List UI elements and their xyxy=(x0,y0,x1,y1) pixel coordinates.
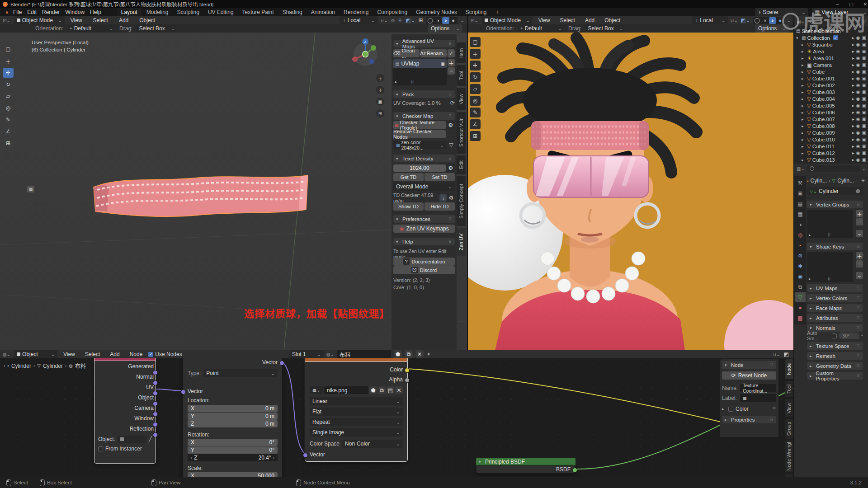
shader-editor-icon[interactable]: ◍⌄ xyxy=(3,352,10,357)
mesh-datablock-selector[interactable]: ▽⌄Cylinder ⬟ xyxy=(807,187,863,195)
node-name-field[interactable]: Texture Coordinat... xyxy=(740,384,776,392)
workspace-tab[interactable]: Texture Paint xyxy=(238,8,278,16)
fake-user-shield-icon[interactable]: ⬟ xyxy=(369,386,377,394)
render-visibility-icon[interactable]: ▣ xyxy=(862,137,866,142)
td-mode-dropdown[interactable]: Overall Mode⌄ xyxy=(393,183,455,191)
item-expand-icon[interactable]: ▸ xyxy=(802,137,806,142)
viewport-menu[interactable]: Select xyxy=(558,17,577,23)
select-toggle-icon[interactable]: ▸ xyxy=(852,130,854,135)
zoom-icon[interactable]: ＋ xyxy=(376,74,384,82)
auto-smooth-checkbox[interactable] xyxy=(832,333,837,338)
pin-icon[interactable]: ✦ xyxy=(861,178,867,184)
show-td-button[interactable]: Show TD xyxy=(393,202,424,211)
set-td-button[interactable]: Set TD xyxy=(425,173,455,181)
node-color-swatch[interactable] xyxy=(728,407,733,412)
viewport-left-canvas[interactable]: User Perspective (Local) (6) Collection … xyxy=(0,33,467,350)
viewport-right-canvas[interactable]: ▢＋✛↻▱◎✎∠⊞ xyxy=(468,33,793,350)
sidebar-tab[interactable]: Shortcut VUr xyxy=(457,112,466,154)
render-camera-icon[interactable]: ▣ xyxy=(441,61,445,66)
render-visibility-icon[interactable]: ▣ xyxy=(862,96,866,101)
render-visibility-icon[interactable]: ▣ xyxy=(862,69,866,74)
unlink-material-icon[interactable]: ✕ xyxy=(415,350,424,358)
collapsed-panel-header[interactable]: ▸UV Maps⠿ xyxy=(807,284,863,292)
hide-eye-icon[interactable]: ◉ xyxy=(856,83,860,88)
camera-output-socket[interactable] xyxy=(153,412,158,417)
filter-funnel-icon[interactable]: ▽ xyxy=(448,142,455,148)
location-field[interactable]: Y0 m xyxy=(188,413,278,420)
rotate-tool[interactable]: ↻ xyxy=(470,72,481,82)
checker-texture-dropdown[interactable]: ▩zen-color-2048x20... ⌄ xyxy=(393,141,447,149)
shading-solid-icon[interactable]: ◑ xyxy=(761,17,769,24)
hide-eye-icon[interactable]: ◉ xyxy=(856,56,860,61)
outliner-item-row[interactable]: ▸ ▽ Cube.009 ▸ ◉ ▣ xyxy=(796,129,867,136)
scene-tab-icon[interactable]: ◑ xyxy=(795,220,806,229)
select-toggle-icon[interactable]: ▸ xyxy=(852,150,854,155)
blender-menu-icon[interactable]: ◕ xyxy=(4,9,10,15)
hide-eye-icon[interactable]: ◉ xyxy=(856,137,860,142)
hide-eye-icon[interactable]: ◉ xyxy=(856,157,860,162)
node-panel-header[interactable]: ▾Node⠿ xyxy=(722,361,776,369)
source-dropdown[interactable]: Single Image⌄ xyxy=(310,428,403,436)
alpha-output-socket[interactable] xyxy=(405,378,410,383)
render-visibility-icon[interactable]: ▣ xyxy=(862,130,866,135)
texel-density-value[interactable]: 1024.00 xyxy=(393,164,446,172)
workspace-tab[interactable]: Sculpting xyxy=(173,8,203,16)
uvmap-list-expand[interactable]: ▸ xyxy=(395,80,399,84)
workspace-tab[interactable]: Animation xyxy=(307,8,339,16)
workspace-tab[interactable]: Rendering xyxy=(340,8,373,16)
render-visibility-icon[interactable]: ▣ xyxy=(862,76,866,81)
move-tool[interactable]: ✛ xyxy=(470,61,481,70)
location-field[interactable]: Z0 m xyxy=(188,420,278,427)
extension-dropdown[interactable]: Repeat⌄ xyxy=(310,418,403,426)
hide-eye-icon[interactable]: ◉ xyxy=(856,42,860,47)
render-visibility-icon[interactable]: ▣ xyxy=(862,62,866,67)
select-toggle-icon[interactable]: ▸ xyxy=(852,49,854,54)
shading-material-icon[interactable]: ◕ xyxy=(442,17,449,24)
add-cube-tool[interactable]: ⊞ xyxy=(470,131,481,141)
td-download-icon[interactable]: ↓ xyxy=(439,194,447,202)
object-output-socket[interactable] xyxy=(153,401,158,406)
outliner-item-row[interactable]: ▸ ▽ Cube.011 ▸ ◉ ▣ xyxy=(796,143,867,150)
vertex-groups-list[interactable]: ▸ ⣿ xyxy=(807,210,853,238)
rename-uv-button[interactable]: AzRenam... xyxy=(420,49,447,57)
workspace-tab[interactable]: UV Editing xyxy=(204,8,238,16)
options-dropdown[interactable]: Options⌄ xyxy=(428,24,462,33)
render-visibility-icon[interactable]: ▣ xyxy=(862,123,866,128)
overlays-icon[interactable]: ◩⌄ xyxy=(741,17,750,23)
add-cube-tool[interactable]: ⊞ xyxy=(3,138,14,148)
image-texture-node[interactable]: Color Alpha ▦⌄ nike.png ⬟ ⧉ ▤ ✕ Linear⌄ … xyxy=(305,357,408,462)
viewport-menu[interactable]: Add xyxy=(117,17,131,23)
shading-wireframe-icon[interactable]: ◯ xyxy=(754,17,761,24)
shading-material-icon[interactable]: ◕ xyxy=(769,17,776,24)
collapsed-panel-header[interactable]: ▸Vertex Colors⠿ xyxy=(807,294,863,302)
annotate-tool[interactable]: ✎ xyxy=(3,115,14,125)
view-layer-tab-icon[interactable]: ▦ xyxy=(795,209,806,219)
object-tab-icon[interactable]: ▪ xyxy=(795,240,806,250)
maximize-button[interactable]: ▢ xyxy=(849,2,853,7)
shape-keys-list[interactable]: ▸ ⣿ xyxy=(807,252,853,282)
drag-dropdown[interactable]: Select Box⌄ xyxy=(585,24,626,33)
remove-shape-key-button[interactable]: − xyxy=(856,260,863,267)
material-name-field[interactable]: 布料 xyxy=(337,350,391,358)
shading-solid-icon[interactable]: ◑ xyxy=(434,17,442,24)
mapping-type-dropdown[interactable]: Point⌄ xyxy=(203,369,278,377)
sync-uv-button[interactable]: ✓ xyxy=(448,49,455,57)
checker-map-panel-header[interactable]: ▾Checker Map⠿ xyxy=(393,112,455,120)
item-expand-icon[interactable]: ▸ xyxy=(802,56,806,61)
copy-image-icon[interactable]: ⧉ xyxy=(378,386,386,394)
outliner-item-row[interactable]: ▸ ▣ Camera ▸ ◉ ▣ xyxy=(796,61,867,68)
interpolation-dropdown[interactable]: Linear⌄ xyxy=(310,397,403,405)
checker-settings-gear-icon[interactable]: ⚙ xyxy=(447,121,455,129)
menubar-menu[interactable]: Render xyxy=(40,9,62,15)
workspace-tab[interactable]: Geometry Nodes xyxy=(412,8,461,16)
projection-dropdown[interactable]: Flat⌄ xyxy=(310,408,403,416)
auto-smooth-angle[interactable]: 30° xyxy=(839,333,859,339)
snap-icon[interactable]: ∪⌄ xyxy=(731,18,738,23)
properties-panel-header[interactable]: ▸Properties⠿ xyxy=(722,416,776,423)
zen-uv-keymaps-button[interactable]: ◉ Zen UV Keymaps xyxy=(393,225,455,233)
breadcrumb-data[interactable]: Cylin... xyxy=(837,178,854,184)
render-visibility-icon[interactable]: ▣ xyxy=(862,89,866,94)
color-presets-icon[interactable]: ☰ xyxy=(772,407,776,411)
outliner-item-row[interactable]: ▸ ▽ Cube.010 ▸ ◉ ▣ xyxy=(796,136,867,143)
pan-hand-icon[interactable]: ✛ xyxy=(376,86,384,94)
